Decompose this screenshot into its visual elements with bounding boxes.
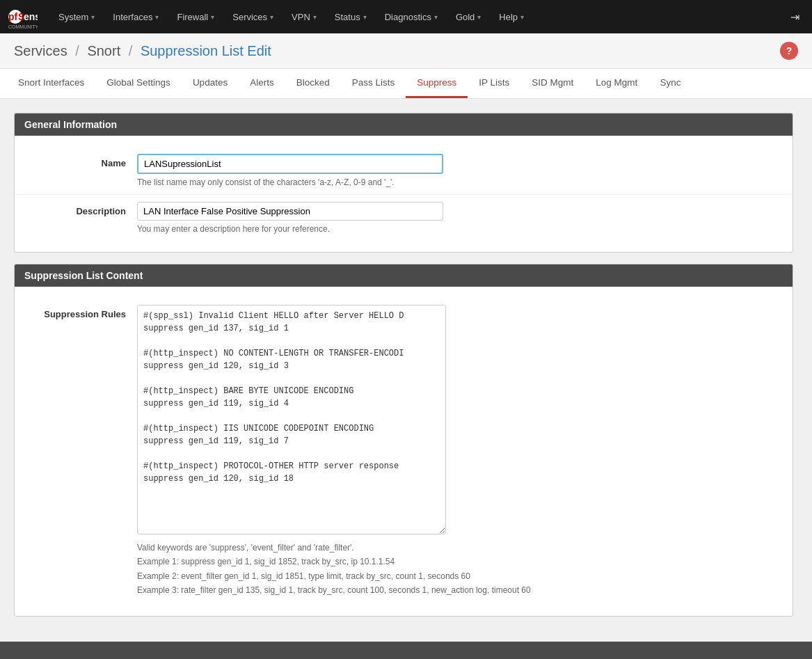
chevron-down-icon: ▾ xyxy=(313,13,317,21)
svg-text:pf: pf xyxy=(8,11,18,22)
suppression-content-panel: Suppression List Content Suppression Rul… xyxy=(14,264,793,617)
name-input[interactable] xyxy=(137,154,443,174)
nav-items: System ▾ Interfaces ▾ Firewall ▾ Service… xyxy=(50,8,783,26)
main-content: General Information Name The list name m… xyxy=(0,99,807,642)
breadcrumb: Services / Snort / Suppression List Edit xyxy=(14,43,271,59)
hint-line-4: Example 3: rate_filter gen_id 135, sig_i… xyxy=(137,583,781,597)
name-hint: The list name may only consist of the ch… xyxy=(137,177,781,187)
nav-status[interactable]: Status ▾ xyxy=(326,8,375,26)
svg-text:ense: ense xyxy=(24,11,38,22)
help-icon[interactable]: ? xyxy=(780,42,798,60)
breadcrumb-services[interactable]: Services xyxy=(14,43,67,58)
nav-diagnostics[interactable]: Diagnostics ▾ xyxy=(376,8,446,26)
hint-line-2: Example 1: suppress gen_id 1, sig_id 185… xyxy=(137,555,781,569)
separator-2: / xyxy=(129,43,133,58)
breadcrumb-snort[interactable]: Snort xyxy=(87,43,120,58)
hint-line-3: Example 2: event_filter gen_id 1, sig_id… xyxy=(137,569,781,583)
description-input[interactable] xyxy=(137,202,443,221)
tab-blocked[interactable]: Blocked xyxy=(285,69,341,98)
hint-line-1: Valid keywords are 'suppress', 'event_fi… xyxy=(137,541,781,555)
navbar-right: ⇥ xyxy=(783,6,806,28)
tab-snort-interfaces[interactable]: Snort Interfaces xyxy=(7,69,95,98)
general-info-panel: General Information Name The list name m… xyxy=(14,113,793,253)
nav-vpn[interactable]: VPN ▾ xyxy=(283,8,325,26)
nav-gold[interactable]: Gold ▾ xyxy=(447,8,489,26)
tab-ip-lists[interactable]: IP Lists xyxy=(468,69,520,98)
nav-services[interactable]: Services ▾ xyxy=(224,8,282,26)
name-control-wrap: The list name may only consist of the ch… xyxy=(137,154,781,187)
separator-1: / xyxy=(75,43,79,58)
nav-interfaces[interactable]: Interfaces ▾ xyxy=(104,8,167,26)
description-label: Description xyxy=(26,202,137,216)
general-info-body: Name The list name may only consist of t… xyxy=(15,136,793,252)
logout-icon[interactable]: ⇥ xyxy=(783,6,806,28)
chevron-down-icon: ▾ xyxy=(91,13,95,21)
tab-global-settings[interactable]: Global Settings xyxy=(95,69,182,98)
tab-sync[interactable]: Sync xyxy=(648,69,692,98)
chevron-down-icon: ▾ xyxy=(363,13,367,21)
nav-help[interactable]: Help ▾ xyxy=(491,8,532,26)
tab-suppress[interactable]: Suppress xyxy=(406,69,468,98)
suppression-rules-label: Suppression Rules xyxy=(26,305,137,319)
svg-text:COMMUNITY EDITION: COMMUNITY EDITION xyxy=(8,24,38,29)
tab-bar: Snort Interfaces Global Settings Updates… xyxy=(0,69,812,99)
tab-updates[interactable]: Updates xyxy=(182,69,239,98)
suppression-rules-control-wrap: #(spp_ssl) Invalid Client HELLO after Se… xyxy=(137,305,781,598)
description-row: Description You may enter a description … xyxy=(15,195,793,241)
chevron-down-icon: ▾ xyxy=(434,13,438,21)
description-hint: You may enter a description here for you… xyxy=(137,224,781,234)
suppression-rules-hints: Valid keywords are 'suppress', 'event_fi… xyxy=(137,541,781,598)
chevron-down-icon: ▾ xyxy=(155,13,159,21)
brand: pf S ense COMMUNITY EDITION xyxy=(6,3,39,31)
chevron-down-icon: ▾ xyxy=(270,13,273,21)
breadcrumb-current: Suppression List Edit xyxy=(141,43,271,58)
suppression-rules-textarea[interactable]: #(spp_ssl) Invalid Client HELLO after Se… xyxy=(137,305,446,534)
suppression-content-body: Suppression Rules #(spp_ssl) Invalid Cli… xyxy=(15,287,793,616)
chevron-down-icon: ▾ xyxy=(211,13,214,21)
tab-log-mgmt[interactable]: Log Mgmt xyxy=(584,69,648,98)
tab-alerts[interactable]: Alerts xyxy=(239,69,285,98)
general-info-header: General Information xyxy=(15,113,793,136)
tab-sid-mgmt[interactable]: SID Mgmt xyxy=(520,69,584,98)
brand-logo: pf S ense COMMUNITY EDITION xyxy=(6,3,39,31)
nav-system[interactable]: System ▾ xyxy=(50,8,103,26)
tab-pass-lists[interactable]: Pass Lists xyxy=(341,69,406,98)
suppression-content-header: Suppression List Content xyxy=(15,264,793,287)
nav-firewall[interactable]: Firewall ▾ xyxy=(168,8,223,26)
footer-bar xyxy=(0,642,812,659)
name-label: Name xyxy=(26,154,137,168)
suppression-rules-row: Suppression Rules #(spp_ssl) Invalid Cli… xyxy=(15,298,793,605)
breadcrumb-bar: Services / Snort / Suppression List Edit… xyxy=(0,33,812,69)
name-row: Name The list name may only consist of t… xyxy=(15,147,793,195)
navbar: pf S ense COMMUNITY EDITION System ▾ Int… xyxy=(0,0,812,33)
chevron-down-icon: ▾ xyxy=(477,13,481,21)
chevron-down-icon: ▾ xyxy=(520,13,524,21)
description-control-wrap: You may enter a description here for you… xyxy=(137,202,781,234)
